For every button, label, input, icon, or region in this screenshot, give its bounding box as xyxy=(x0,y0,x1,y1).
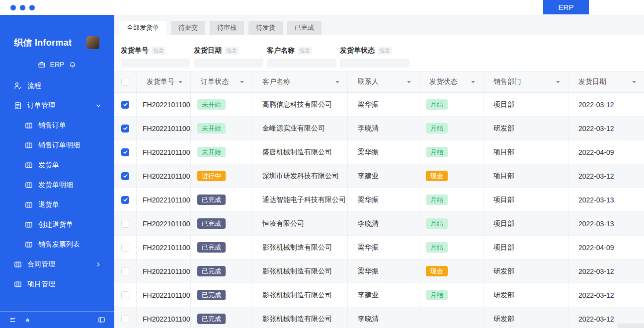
status-badge: 已完成 xyxy=(197,195,226,205)
tab[interactable]: 待审核 xyxy=(210,21,244,35)
table-icon xyxy=(25,141,33,149)
cell-ship-status: 月结 xyxy=(419,117,483,140)
cell-date: 2022-03-12 xyxy=(568,93,644,116)
cell-checkbox xyxy=(114,283,137,307)
sidebar-item[interactable]: 发货单明细 xyxy=(0,175,114,195)
sidebar-item-label: 创建退货单 xyxy=(38,220,73,229)
row-checkbox-unchecked[interactable] xyxy=(121,244,129,252)
sidebar-item-label: 销售订单 xyxy=(38,121,66,130)
header-cell[interactable]: 发货状态 xyxy=(419,71,483,92)
table-row[interactable]: FH2022101100已完成影张机械制造有限公司李建业月结研发部2022-03… xyxy=(114,283,644,307)
sidebar-item[interactable]: 订单管理 xyxy=(0,96,114,116)
column-dropdown-icon[interactable] xyxy=(632,81,636,83)
header-cell[interactable]: 联系人 xyxy=(348,71,419,92)
table-row[interactable]: FH2022101100进行中深圳市研发科技有限公司李建业现金项目部2022-0… xyxy=(114,164,644,188)
sidebar-item-label: 销售订单明细 xyxy=(38,141,80,150)
cell-date: 2022-04-09 xyxy=(568,236,644,259)
header-cell[interactable]: 发货日期 xyxy=(568,71,644,92)
header-label: 发货日期 xyxy=(578,77,606,86)
header-cell[interactable]: 销售部门 xyxy=(483,71,568,92)
sidebar-item[interactable]: 销售发票列表 xyxy=(0,235,114,255)
filter-label: 发货单状态包含 xyxy=(340,46,409,55)
column-dropdown-icon[interactable] xyxy=(335,81,339,83)
sidebar-menu: 流程订单管理销售订单销售订单明细发货单发货单明细退货单创建退货单销售发票列表合同… xyxy=(0,76,114,294)
table-row[interactable]: FH2022101100已完成影张机械制造有限公司李晓清研发部2022-03-1… xyxy=(114,307,644,328)
sidebar-item[interactable]: 项目管理 xyxy=(0,274,114,294)
workspace-switcher[interactable]: ERP xyxy=(0,59,114,70)
cell-customer: 恒凌有限公司 xyxy=(252,212,348,235)
eject-icon[interactable] xyxy=(24,316,31,324)
header-cell[interactable]: 订单状态 xyxy=(191,71,252,92)
filter-input[interactable] xyxy=(194,59,263,67)
cell-customer: 金峰源实业有限公司 xyxy=(252,117,348,140)
sidebar-item[interactable]: 创建退货单 xyxy=(0,215,114,235)
column-dropdown-icon[interactable] xyxy=(240,81,244,83)
tab[interactable]: 全部发货单 xyxy=(119,21,166,35)
row-checkbox-checked[interactable] xyxy=(121,172,129,180)
header-label: 客户名称 xyxy=(262,77,290,86)
table-row[interactable]: FH2022101100未开始高腾信息科技有限公司梁华振月结项目部2022-03… xyxy=(114,93,644,117)
table-row[interactable]: FH2022101100已完成影张机械制造有限公司梁华振月结项目部2022-04… xyxy=(114,236,644,260)
table-row[interactable]: FH2022101100未开始盛唐机械制造有限公司梁华振月结项目部2022-04… xyxy=(114,140,644,164)
filter-input[interactable] xyxy=(121,59,190,67)
table-body: FH2022101100未开始高腾信息科技有限公司梁华振月结项目部2022-03… xyxy=(114,93,644,328)
column-dropdown-icon[interactable] xyxy=(471,81,475,83)
sidebar-item[interactable]: 发货单 xyxy=(0,155,114,175)
cell-ship-status: 现金 xyxy=(419,260,483,283)
chevron-right-icon xyxy=(95,262,101,267)
cell-date: 2022-03-13 xyxy=(568,212,644,235)
row-checkbox-checked[interactable] xyxy=(121,196,129,204)
column-dropdown-icon[interactable] xyxy=(407,81,411,83)
window-control-dot[interactable] xyxy=(10,5,16,10)
status-badge: 现金 xyxy=(426,171,448,181)
row-checkbox-unchecked[interactable] xyxy=(121,315,129,323)
tab[interactable]: 已完成 xyxy=(287,21,322,35)
header-cell[interactable]: 发货单号 xyxy=(137,71,191,92)
sidebar-item[interactable]: 流程 xyxy=(0,76,114,96)
cell-order-status: 未开始 xyxy=(191,117,252,140)
column-dropdown-icon[interactable] xyxy=(556,81,560,83)
select-all-checkbox[interactable] xyxy=(121,78,129,86)
filter-label: 发货日期包含 xyxy=(194,46,263,55)
row-checkbox-checked[interactable] xyxy=(121,125,129,132)
tab[interactable]: 待发货 xyxy=(248,21,283,35)
sidebar-item[interactable]: 销售订单明细 xyxy=(0,135,114,155)
cell-customer: 影张机械制造有限公司 xyxy=(252,236,348,259)
sidebar-item[interactable]: 销售订单 xyxy=(0,116,114,135)
status-badge: 月结 xyxy=(426,99,448,110)
row-checkbox-unchecked[interactable] xyxy=(121,267,129,275)
column-dropdown-icon[interactable] xyxy=(178,81,182,83)
row-checkbox-checked[interactable] xyxy=(121,101,129,109)
tab[interactable]: 待提交 xyxy=(171,21,205,35)
window-control-dot[interactable] xyxy=(20,5,25,10)
table-row[interactable]: FH2022101100已完成通达智能电子科技有限公司梁华振月结项目部2022-… xyxy=(114,188,644,212)
window-control-dot[interactable] xyxy=(29,5,35,10)
sidebar-item[interactable]: 合同管理 xyxy=(0,255,114,274)
flow-icon xyxy=(14,82,22,90)
row-checkbox-checked[interactable] xyxy=(121,148,129,156)
header-label: 发货状态 xyxy=(429,77,457,86)
cell-checkbox xyxy=(114,260,137,283)
row-checkbox-unchecked[interactable] xyxy=(121,220,129,228)
panel-collapse-icon[interactable] xyxy=(98,316,105,324)
horizontal-scrollbar-thumb[interactable] xyxy=(618,324,644,328)
table-icon xyxy=(25,161,33,169)
table-row[interactable]: FH2022101100已完成恒凌有限公司李晓清月结项目部2022-03-13 xyxy=(114,212,644,236)
cell-ship-status: 月结 xyxy=(419,283,483,307)
sidebar-item[interactable]: 退货单 xyxy=(0,195,114,215)
menu-lines-icon[interactable] xyxy=(9,316,16,324)
table-row[interactable]: FH2022101100未开始金峰源实业有限公司李晓清月结研发部2022-03-… xyxy=(114,117,644,140)
status-badge: 进行中 xyxy=(197,171,226,181)
avatar[interactable] xyxy=(86,36,99,49)
row-checkbox-unchecked[interactable] xyxy=(121,291,129,299)
filter-input[interactable] xyxy=(340,59,409,67)
status-badge: 未开始 xyxy=(197,147,226,157)
header-cell-checkbox xyxy=(114,71,137,92)
cell-department: 研发部 xyxy=(483,117,568,140)
header-cell[interactable]: 客户名称 xyxy=(252,71,348,92)
filter-input[interactable] xyxy=(267,59,336,67)
erp-browser-tab[interactable]: ERP xyxy=(543,0,589,14)
cell-department: 研发部 xyxy=(483,283,568,307)
cell-shipment-id: FH2022101100 xyxy=(137,260,191,283)
table-row[interactable]: FH2022101100已完成影张机械制造有限公司梁华振现金研发部2022-03… xyxy=(114,260,644,283)
